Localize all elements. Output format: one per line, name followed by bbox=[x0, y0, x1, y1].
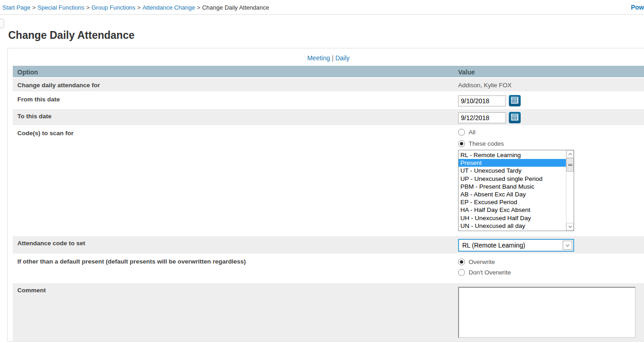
scrollbar-track[interactable] bbox=[566, 172, 574, 223]
to-date-input[interactable] bbox=[458, 112, 506, 123]
calendar-icon bbox=[511, 114, 518, 122]
breadcrumb-separator: > bbox=[197, 4, 201, 11]
chevron-down-icon bbox=[568, 225, 572, 229]
radio-dont-overwrite[interactable]: Don't Overwrite bbox=[458, 269, 644, 276]
table-row-codes-to-scan: Code(s) to scan for All These codes RL -… bbox=[13, 126, 644, 236]
from-date-input[interactable] bbox=[458, 95, 506, 106]
listbox-option[interactable]: HA - Half Day Exc Absent bbox=[459, 206, 566, 214]
scroll-down-button[interactable] bbox=[566, 223, 574, 231]
from-date-calendar-button[interactable] bbox=[509, 95, 521, 106]
breadcrumb-group-functions[interactable]: Group Functions bbox=[91, 4, 135, 11]
table-row-overwrite: If other than a default present (default… bbox=[13, 254, 644, 283]
daily-link[interactable]: Daily bbox=[335, 54, 349, 62]
radio-dont-overwrite-circle[interactable] bbox=[458, 269, 465, 276]
row-label: If other than a default present (default… bbox=[13, 254, 458, 282]
selected-attendance-code: RL (Remote Learning) bbox=[459, 242, 563, 249]
radio-dont-overwrite-label: Don't Overwrite bbox=[469, 269, 511, 276]
radio-overwrite[interactable]: Overwrite bbox=[458, 259, 644, 265]
listbox-option[interactable]: PBM - Present Band Music bbox=[459, 183, 566, 190]
table-row-to-date: To this date bbox=[13, 109, 644, 126]
column-header-value: Value bbox=[458, 66, 644, 77]
meeting-link[interactable]: Meeting bbox=[307, 54, 330, 62]
options-table: Option Value Change daily attendance for… bbox=[13, 66, 644, 341]
radio-all-circle[interactable] bbox=[458, 129, 465, 136]
row-label: To this date bbox=[13, 109, 458, 125]
listbox-option[interactable]: RL - Remote Learning bbox=[459, 151, 566, 159]
listbox-items[interactable]: RL - Remote LearningPresentUT - Unexcuse… bbox=[459, 150, 566, 231]
select-dropdown-button[interactable] bbox=[563, 241, 572, 250]
listbox-option[interactable]: UH - Unexcused Half Day bbox=[459, 214, 566, 222]
table-header-row: Option Value bbox=[13, 66, 644, 78]
radio-overwrite-circle[interactable] bbox=[458, 259, 465, 265]
powersource-link[interactable]: Pow bbox=[631, 4, 644, 11]
radio-all[interactable]: All bbox=[458, 129, 644, 136]
radio-overwrite-label: Overwrite bbox=[469, 259, 495, 265]
table-row-code-to-set: Attendance code to set RL (Remote Learni… bbox=[13, 236, 644, 254]
attendance-mode-nav: Meeting|Daily bbox=[13, 53, 644, 66]
attendance-codes-listbox[interactable]: RL - Remote LearningPresentUT - Unexcuse… bbox=[458, 150, 574, 231]
row-label: From this date bbox=[13, 92, 458, 108]
table-row-from-date: From this date bbox=[13, 92, 644, 109]
listbox-option[interactable]: UN - Unexcused all day bbox=[459, 222, 566, 230]
row-label: Attendance code to set bbox=[13, 236, 458, 253]
radio-all-label: All bbox=[469, 129, 475, 136]
thumb-grip-icon bbox=[568, 164, 572, 166]
breadcrumb-separator: > bbox=[86, 4, 90, 11]
radio-these-codes[interactable]: These codes bbox=[458, 140, 644, 147]
listbox-option[interactable]: AB - Absent Exc All Day bbox=[459, 190, 566, 198]
to-date-calendar-button[interactable] bbox=[509, 112, 521, 123]
listbox-option[interactable]: EP - Excused Period bbox=[459, 198, 566, 206]
radio-these-codes-label: These codes bbox=[469, 140, 504, 147]
chevron-down-icon bbox=[565, 243, 570, 248]
row-label: Comment bbox=[13, 283, 458, 341]
breadcrumb-current-page: Change Daily Attendance bbox=[202, 4, 269, 11]
listbox-option[interactable]: Present bbox=[459, 159, 566, 167]
radio-these-codes-circle[interactable] bbox=[458, 140, 465, 147]
breadcrumb-start-page[interactable]: Start Page bbox=[2, 4, 30, 11]
listbox-option[interactable]: UT - Unexcused Tardy bbox=[459, 167, 566, 174]
row-label: Change daily attendance for bbox=[13, 78, 458, 91]
breadcrumb-special-functions[interactable]: Special Functions bbox=[37, 4, 84, 11]
content-panel: Meeting|Daily Option Value Change daily … bbox=[7, 48, 644, 342]
listbox-option[interactable]: UP - Unexcused single Period bbox=[459, 175, 566, 183]
student-name: Addison, Kylie FOX bbox=[458, 78, 644, 91]
chevron-up-icon bbox=[568, 152, 572, 156]
comment-textarea[interactable] bbox=[458, 287, 636, 338]
calendar-icon bbox=[511, 97, 518, 105]
breadcrumb: Start Page>Special Functions>Group Funct… bbox=[0, 0, 644, 15]
subnav-separator: | bbox=[332, 54, 334, 62]
breadcrumb-separator: > bbox=[137, 4, 141, 11]
listbox-scrollbar[interactable] bbox=[566, 150, 574, 231]
breadcrumb-attendance-change[interactable]: Attendance Change bbox=[143, 4, 195, 11]
sidebar-toggle[interactable] bbox=[0, 19, 4, 28]
breadcrumb-separator: > bbox=[32, 4, 36, 11]
table-row-comment: Comment bbox=[13, 283, 644, 341]
page-title: Change Daily Attendance bbox=[8, 29, 644, 42]
attendance-code-select[interactable]: RL (Remote Learning) bbox=[458, 239, 574, 252]
table-row-change-for: Change daily attendance for Addison, Kyl… bbox=[13, 78, 644, 92]
column-header-option: Option bbox=[13, 66, 458, 77]
row-label: Code(s) to scan for bbox=[13, 126, 458, 235]
scrollbar-thumb[interactable] bbox=[566, 158, 574, 172]
scroll-up-button[interactable] bbox=[566, 150, 574, 158]
